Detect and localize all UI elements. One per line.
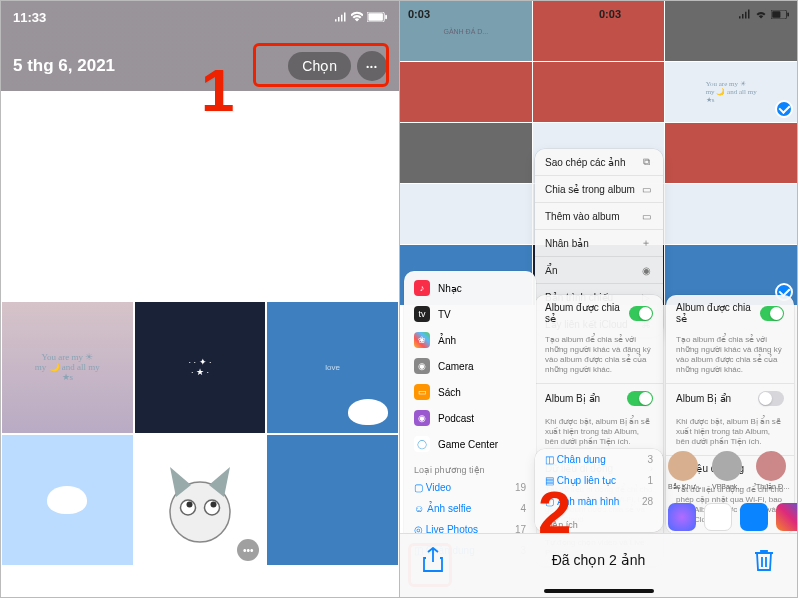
toggle-on-icon[interactable]: [760, 306, 785, 321]
settings-row-photos[interactable]: ❀Ảnh: [404, 327, 536, 353]
more-button[interactable]: •••: [357, 51, 387, 81]
screenshot-step-2: 0:03 0:03 GÀNH ĐÁ D... You are my ☀︎my 🌙…: [399, 1, 797, 597]
photos-header: 11:33 5 thg 6, 2021 Chọn •••: [1, 1, 399, 91]
shared-album-desc: Tạo album để chia sẻ với những người khá…: [535, 331, 663, 384]
screenshot-step-1: 11:33 5 thg 6, 2021 Chọn ••• 1 You are m…: [1, 1, 399, 597]
share-apps-row: [668, 503, 797, 531]
status-bar-duplicate: 0:03: [599, 5, 789, 23]
status-icons: [335, 11, 387, 23]
contact-avatar[interactable]: Thuận Đào: [756, 451, 790, 491]
thumbnail[interactable]: [400, 184, 532, 244]
share-button[interactable]: [418, 545, 448, 575]
date-label: 5 thg 6, 2021: [13, 56, 115, 76]
music-icon: ♪: [414, 280, 430, 296]
delete-button[interactable]: [749, 545, 779, 575]
app-airdrop[interactable]: [704, 503, 732, 531]
copy-icon: ⧉: [639, 155, 653, 169]
shared-album-desc: Tạo album để chia sẻ với những người khá…: [666, 331, 794, 384]
thumbnail[interactable]: [665, 184, 797, 244]
action-add-album[interactable]: Thêm vào album▭: [535, 203, 663, 230]
thumbnail[interactable]: · · ✦ ·· ★ ·: [134, 301, 267, 434]
thumbnail[interactable]: [665, 123, 797, 183]
toggle-on-icon[interactable]: [627, 391, 653, 406]
hidden-album-desc: Khi được bật, album Bị ẩn sẽ xuất hiện t…: [666, 413, 794, 456]
svg-rect-1: [368, 13, 383, 20]
hidden-album-toggle[interactable]: Album Bị ẩn: [535, 384, 663, 413]
app-instagram[interactable]: [776, 503, 797, 531]
selection-count: Đã chọn 2 ảnh: [552, 552, 646, 568]
settings-row-camera[interactable]: ◉Camera: [404, 353, 536, 379]
status-bar: 11:33: [13, 7, 387, 27]
settings-row-podcast[interactable]: ◉Podcast: [404, 405, 536, 431]
battery-icon: [367, 12, 387, 22]
settings-app-list: ♪Nhạc tvTV ❀Ảnh ◉Camera ▭Sách ◉Podcast ◯…: [404, 271, 536, 565]
eye-icon: ◉: [639, 263, 653, 277]
action-duplicate[interactable]: Nhân bản＋: [535, 230, 663, 257]
thumbnail[interactable]: [400, 123, 532, 183]
toggle-on-icon[interactable]: [629, 306, 654, 321]
status-time: 0:03: [599, 8, 621, 20]
settings-row-tv[interactable]: tvTV: [404, 301, 536, 327]
status-time: 11:33: [13, 10, 46, 25]
media-type-header: Loại phương tiện: [404, 457, 536, 477]
white-space: [1, 91, 399, 301]
thumbnail[interactable]: You are my ☀︎my 🌙 and all my★s: [1, 301, 134, 434]
trash-icon: [753, 548, 775, 572]
hidden-album-toggle[interactable]: Album Bị ẩn: [666, 384, 794, 413]
share-icon: [422, 547, 444, 573]
shared-album-toggle[interactable]: Album được chia sẻ: [666, 295, 794, 331]
more-icon[interactable]: •••: [237, 539, 259, 561]
app-zalo[interactable]: [740, 503, 768, 531]
status-time: 0:03: [408, 8, 430, 20]
toggle-off-icon[interactable]: [758, 391, 784, 406]
selected-check-icon: [775, 100, 793, 118]
share-contacts-row: Bắc Khương VPBank_HuyLê_m... Thuận Đào: [668, 451, 790, 491]
thumbnail[interactable]: [266, 434, 399, 567]
step-number-1: 1: [201, 56, 234, 125]
settings-row-books[interactable]: ▭Sách: [404, 379, 536, 405]
gamecenter-icon: ◯: [414, 436, 430, 452]
shared-album-toggle[interactable]: Album được chia sẻ: [535, 295, 663, 331]
wifi-icon: [351, 11, 363, 23]
media-video[interactable]: ▢ Video19: [404, 477, 536, 498]
media-selfie[interactable]: ☺ Ảnh selfie4: [404, 498, 536, 519]
cellular-icon: [335, 11, 347, 23]
contact-avatar[interactable]: VPBank_HuyLê_m...: [712, 451, 746, 490]
action-copy[interactable]: Sao chép các ảnh⧉: [535, 149, 663, 176]
photo-row: You are my ☀︎my 🌙 and all my★s · · ✦ ·· …: [1, 301, 399, 434]
photos-icon: ❀: [414, 332, 430, 348]
thumbnail[interactable]: [533, 62, 665, 122]
thumbnail[interactable]: You are my ☀︎my 🌙 and all my★s: [665, 62, 797, 122]
podcast-icon: ◉: [414, 410, 430, 426]
thumbnail[interactable]: [1, 434, 134, 567]
thumbnail[interactable]: love: [266, 301, 399, 434]
action-hide[interactable]: Ẩn◉: [535, 257, 663, 284]
tv-icon: tv: [414, 306, 430, 322]
photo-row: •••: [1, 434, 399, 567]
books-icon: ▭: [414, 384, 430, 400]
media-portrait-b[interactable]: ◫ Chân dung3: [535, 449, 663, 470]
selection-toolbar: Đã chọn 2 ảnh: [400, 533, 797, 597]
svg-rect-2: [385, 15, 387, 20]
home-indicator: [544, 589, 654, 593]
photos-settings-sheet-b: Album được chia sẻ Tạo album để chia sẻ …: [666, 295, 794, 534]
settings-row-music[interactable]: ♪Nhạc: [404, 275, 536, 301]
svg-point-6: [187, 502, 193, 508]
settings-row-gamecenter[interactable]: ◯Game Center: [404, 431, 536, 457]
svg-point-7: [211, 502, 217, 508]
app-messenger[interactable]: [668, 503, 696, 531]
camera-icon: ◉: [414, 358, 430, 374]
plus-icon: ＋: [639, 236, 653, 250]
thumbnail[interactable]: [400, 62, 532, 122]
contact-avatar[interactable]: Bắc Khương: [668, 451, 702, 491]
action-share-album[interactable]: Chia sẻ trong album▭: [535, 176, 663, 203]
select-button[interactable]: Chọn: [288, 52, 351, 80]
album-icon: ▭: [639, 182, 653, 196]
add-icon: ▭: [639, 209, 653, 223]
thumbnail[interactable]: •••: [134, 434, 267, 567]
